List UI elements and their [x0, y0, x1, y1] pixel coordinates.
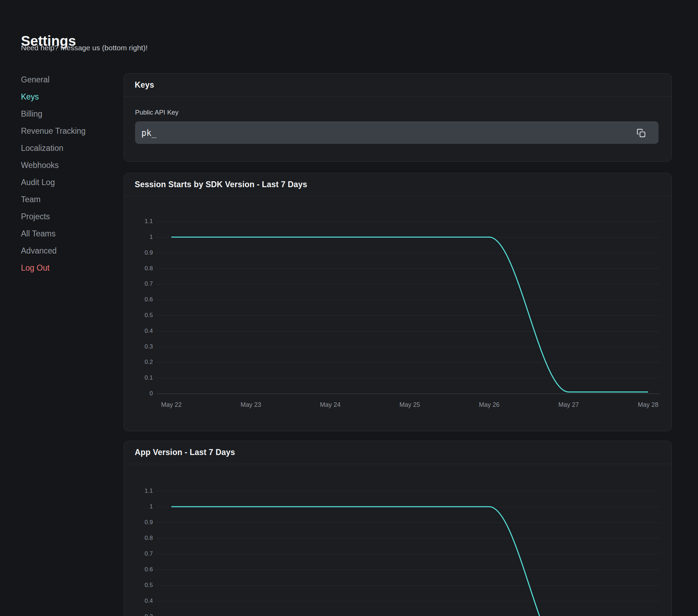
- copy-api-key-button[interactable]: [636, 127, 647, 139]
- sidebar-item-localization[interactable]: Localization: [21, 143, 112, 153]
- keys-card-header: Keys: [124, 74, 671, 97]
- sidebar-item-webhooks[interactable]: Webhooks: [21, 160, 112, 170]
- sidebar-item-general[interactable]: General: [21, 74, 112, 85]
- page-subtitle: Need help? Message us (bottom right)!: [21, 43, 148, 52]
- app-version-chart-card: App Version - Last 7 Days 1.110.90.80.70…: [124, 441, 672, 616]
- series-line: [171, 237, 648, 392]
- sidebar-item-advanced[interactable]: Advanced: [21, 245, 112, 256]
- keys-card: Keys Public API Key: [124, 73, 672, 162]
- keys-card-title: Keys: [135, 80, 154, 90]
- chart-plot: [124, 464, 671, 616]
- sdk-version-chart-header: Session Starts by SDK Version - Last 7 D…: [124, 173, 671, 196]
- app-version-chart-title: App Version - Last 7 Days: [135, 448, 235, 457]
- sidebar-item-log-out[interactable]: Log Out: [21, 263, 112, 273]
- sdk-version-chart: 1.110.90.80.70.60.50.40.30.20.10May 22Ma…: [124, 196, 671, 431]
- sidebar-item-all-teams[interactable]: All Teams: [21, 228, 112, 239]
- sidebar-item-projects[interactable]: Projects: [21, 211, 112, 222]
- sidebar-item-revenue-tracking[interactable]: Revenue Tracking: [21, 126, 112, 136]
- public-api-key-field: [135, 122, 659, 144]
- app-version-chart: 1.110.90.80.70.60.50.40.30.20.10May 22Ma…: [124, 464, 671, 616]
- chart-plot: [124, 196, 671, 432]
- sdk-version-chart-card: Session Starts by SDK Version - Last 7 D…: [124, 173, 672, 431]
- sidebar-item-keys[interactable]: Keys: [21, 91, 112, 102]
- sidebar-item-billing[interactable]: Billing: [21, 109, 112, 119]
- settings-sidebar: General Keys Billing Revenue Tracking Lo…: [21, 74, 112, 280]
- public-api-key-input[interactable]: [135, 122, 659, 144]
- sdk-version-chart-title: Session Starts by SDK Version - Last 7 D…: [135, 180, 307, 189]
- series-line: [171, 507, 648, 616]
- sidebar-item-team[interactable]: Team: [21, 194, 112, 205]
- public-api-key-label: Public API Key: [135, 109, 179, 116]
- sidebar-item-audit-log[interactable]: Audit Log: [21, 177, 112, 188]
- app-version-chart-header: App Version - Last 7 Days: [124, 441, 671, 464]
- copy-icon: [637, 129, 646, 138]
